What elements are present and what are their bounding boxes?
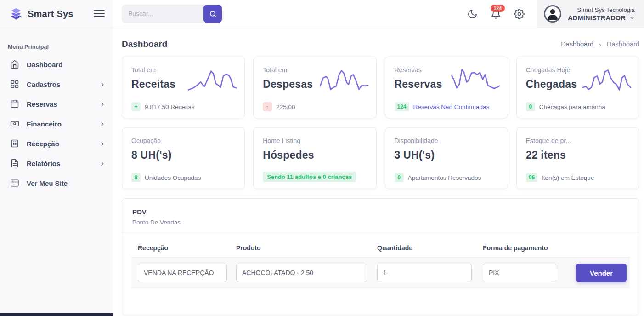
stat-card-despesas: Total em Despesas - 225,00 <box>253 57 376 118</box>
breadcrumb-separator-icon: › <box>599 40 601 48</box>
breadcrumb-item: Dashboard <box>607 40 639 48</box>
search-bar <box>122 5 222 23</box>
stat-label: Disponibilidade <box>395 137 498 144</box>
notifications-button[interactable]: 124 <box>491 9 501 19</box>
sidebar-item-cadastros[interactable]: Cadastros <box>0 75 113 94</box>
stat-title: 3 UH('s) <box>395 149 498 161</box>
user-role: ADMINISTRADOR <box>568 14 626 22</box>
sidebar-item-label: Cadastros <box>27 80 99 88</box>
chevron-right-icon <box>99 81 106 88</box>
stat-card-estoque: Estoque de pr... 22 itens 96 Iten(s) em … <box>516 127 639 189</box>
sidebar-item-dashboard[interactable]: Dashboard <box>0 55 113 75</box>
chevron-right-icon <box>99 161 106 167</box>
stat-title: Hóspedes <box>263 149 367 161</box>
dark-mode-toggle[interactable] <box>467 9 478 19</box>
main-area: 124 Smart Sys Tecnologia ADMINISTRADOR <box>113 0 644 316</box>
stat-card-disponibilidade: Disponibilidade 3 UH('s) 0 Apartamentos … <box>385 127 508 189</box>
sidebar-bottom-bar <box>0 313 113 316</box>
reservas-nao-confirmadas-link[interactable]: Reservas Não Confirmadas <box>413 103 490 110</box>
pdv-column-headers: Recepção Produto Quantidade Forma de pag… <box>131 233 630 257</box>
stat-cards-row-1: Total em Receitas + 9.817,50 Receitas To… <box>122 57 639 118</box>
settings-button[interactable] <box>514 9 525 19</box>
sparkline-chart <box>319 67 369 93</box>
stat-badge: - <box>263 102 272 111</box>
stat-text: Checagas para amanhã <box>539 103 605 110</box>
stat-text: 9.817,50 Receitas <box>145 103 195 110</box>
pdv-form-row: Vender <box>131 257 630 288</box>
vender-button[interactable]: Vender <box>576 264 627 282</box>
search-button[interactable] <box>203 5 222 23</box>
sidebar-item-reservas[interactable]: Reservas <box>0 94 113 114</box>
app-root: Smart Sys Menu Principal Dashboard Cadas… <box>0 0 644 316</box>
gear-icon <box>514 9 525 19</box>
stat-badge: 0 <box>395 173 404 182</box>
user-menu[interactable]: Smart Sys Tecnologia ADMINISTRADOR <box>537 0 644 28</box>
calendar-icon <box>10 99 20 109</box>
pdv-column-recepcao: Recepção <box>138 244 236 252</box>
pdv-column-pagamento: Forma de pagamento <box>483 244 567 252</box>
pdv-subtitle: Ponto De Vendas <box>132 219 629 226</box>
stat-badge: 8 <box>131 173 141 182</box>
stat-text: 225,00 <box>276 103 295 110</box>
hamburger-menu-icon[interactable] <box>94 10 105 17</box>
stat-text: Iten(s) em Estoque <box>542 174 594 181</box>
forma-pagamento-select[interactable] <box>483 264 556 282</box>
stat-card-hospedes: Home Listing Hóspedes Sendo 11 adultos e… <box>253 127 376 189</box>
pdv-card: PDV Ponto De Vendas Recepção Produto Qua… <box>122 198 639 315</box>
chevron-right-icon <box>99 101 106 108</box>
chevron-right-icon <box>99 121 106 127</box>
stat-badge: 96 <box>526 173 537 182</box>
sparkline-chart <box>187 67 237 93</box>
search-input[interactable] <box>122 5 204 23</box>
avatar <box>544 5 561 23</box>
breadcrumb-item[interactable]: Dashboard <box>561 40 593 48</box>
pdv-column-quantidade: Quantidade <box>377 244 483 252</box>
page-content: Dashboard Dashboard › Dashboard Total em… <box>113 28 644 316</box>
sidebar-item-label: Ver Meu Site <box>27 179 106 187</box>
pdv-header: PDV Ponto De Vendas <box>122 199 639 233</box>
sidebar-item-recepcao[interactable]: Recepção <box>0 134 113 154</box>
stat-title: 22 itens <box>526 149 630 161</box>
sidebar-item-financeiro[interactable]: Financeiro <box>0 114 113 134</box>
sidebar: Smart Sys Menu Principal Dashboard Cadas… <box>0 0 113 316</box>
sidebar-item-ver-meu-site[interactable]: Ver Meu Site <box>0 173 113 193</box>
produto-select[interactable] <box>236 264 367 282</box>
chevron-down-icon <box>629 15 635 21</box>
moon-icon <box>467 9 478 19</box>
stat-card-receitas: Total em Receitas + 9.817,50 Receitas <box>122 57 245 118</box>
topbar-icons: 124 <box>467 9 525 19</box>
notification-badge: 124 <box>491 5 505 12</box>
sidebar-item-label: Recepção <box>27 140 99 148</box>
sidebar-section-label: Menu Principal <box>8 44 113 50</box>
stat-badge: 124 <box>395 102 409 111</box>
stat-text: Unidades Ocupadas <box>145 174 201 181</box>
recepcao-select[interactable] <box>138 264 227 282</box>
app-logo-icon <box>9 7 23 21</box>
stat-title: 8 UH('s) <box>131 149 235 161</box>
stat-cards-row-2: Ocupação 8 UH('s) 8 Unidades Ocupadas Ho… <box>122 127 639 189</box>
stat-badge: 0 <box>526 102 535 111</box>
stat-text: Apartamentos Reservados <box>408 174 481 181</box>
stat-label: Estoque de pr... <box>526 137 630 144</box>
sidebar-header: Smart Sys <box>0 0 113 28</box>
report-icon <box>10 159 20 169</box>
user-meta: Smart Sys Tecnologia ADMINISTRADOR <box>567 6 635 22</box>
browser-icon <box>10 178 20 189</box>
sidebar-item-relatorios[interactable]: Relatórios <box>0 154 113 173</box>
chevron-right-icon <box>99 141 106 147</box>
stat-card-ocupacao: Ocupação 8 UH('s) 8 Unidades Ocupadas <box>122 127 245 189</box>
sparkline-chart <box>582 67 632 93</box>
page-title: Dashboard <box>122 39 167 49</box>
app-title: Smart Sys <box>28 9 94 19</box>
stat-label: Ocupação <box>131 137 235 144</box>
topbar: 124 Smart Sys Tecnologia ADMINISTRADOR <box>113 0 644 28</box>
sidebar-item-label: Dashboard <box>27 61 106 69</box>
home-icon <box>10 60 20 70</box>
quantidade-input[interactable] <box>377 264 472 282</box>
building-icon <box>10 139 20 149</box>
stat-label: Home Listing <box>263 137 367 144</box>
sidebar-item-label: Reservas <box>27 100 99 108</box>
pdv-title: PDV <box>132 208 629 216</box>
grid-icon <box>10 80 20 90</box>
user-company: Smart Sys Tecnologia <box>577 6 635 13</box>
